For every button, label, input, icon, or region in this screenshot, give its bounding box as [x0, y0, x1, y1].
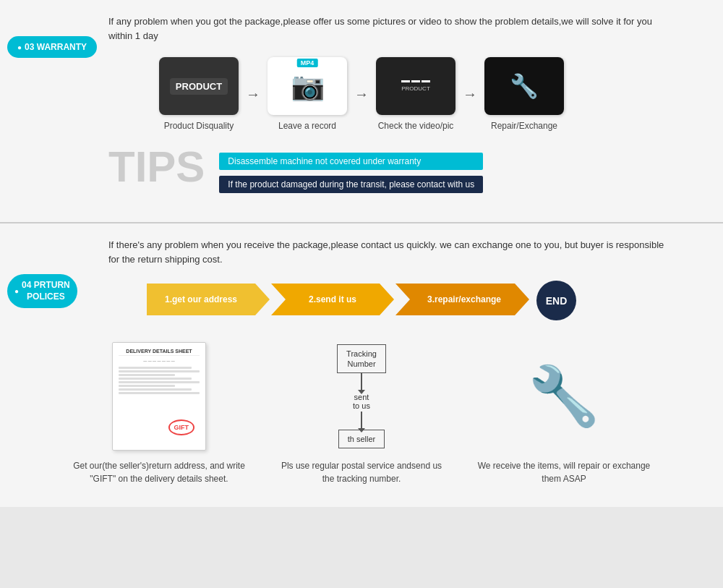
mp4-icon-box: MP4 📷 [268, 57, 347, 115]
section-label-return: 04 PRTURNPOLICES [7, 274, 77, 308]
camera-icon: 📷 [291, 70, 325, 102]
return-intro: If there's any problem when you receive … [108, 238, 672, 266]
step4-caption: Repair/Exchange [491, 121, 557, 131]
delivery-sheet: DELIVERY DETAILS SHEET — — — — — — — [112, 342, 206, 451]
flow-end: END [536, 281, 576, 320]
warranty-intro: If any problem when you got the package,… [108, 14, 672, 43]
sheet-lines [119, 367, 200, 394]
warranty-section: If any problem when you got the package,… [0, 0, 723, 223]
svg-text:1.get our address: 1.get our address [165, 294, 237, 304]
tips-title: TIPS [108, 145, 205, 189]
delivery-visual: DELIVERY DETAILS SHEET — — — — — — — [94, 342, 224, 451]
return-card-3: 🔧 We receive the items, will repair or e… [477, 342, 651, 485]
flow-shape-2: 2.send it us [271, 284, 394, 315]
warranty-steps: PRODUCT Product Disquality → MP4 📷 Leave… [0, 57, 723, 131]
step3-caption: Check the video/pic [378, 121, 454, 131]
step1-caption: Product Disquality [164, 121, 234, 131]
tips-bullets: Disassemble machine not covered under wa… [219, 145, 483, 193]
tracking-arrow [361, 373, 362, 391]
return-card-1: DELIVERY DETAILS SHEET — — — — — — — [72, 342, 246, 485]
tracking-visual-wrap: TrackingNumber sentto us th seller [296, 342, 427, 451]
section-label-warranty: 03 WARRANTY [7, 36, 97, 58]
tools-icon-box: 🔧 [484, 57, 564, 115]
arrow-2: → [354, 86, 369, 103]
warranty-step-3: PRODUCT Check the video/pic [376, 57, 455, 131]
main-container: If any problem when you got the package,… [0, 0, 723, 507]
card2-desc: Pls use regular postal service andsend u… [275, 459, 448, 485]
return-cards: DELIVERY DETAILS SHEET — — — — — — — [0, 342, 723, 485]
tips-section: TIPS Disassemble machine not covered und… [108, 145, 615, 193]
card3-desc: We receive the items, will repair or exc… [477, 459, 651, 485]
video-icon-box: PRODUCT [376, 57, 455, 115]
warranty-step-1: PRODUCT Product Disquality [159, 57, 239, 131]
tracking-arrow-2 [361, 412, 362, 430]
return-card-2: TrackingNumber sentto us th seller Pls u… [275, 342, 448, 485]
tracking-diagram: TrackingNumber sentto us th seller [337, 344, 386, 449]
return-flow: 1.get our address 2.send it us 3.repair/… [0, 281, 723, 320]
warranty-step-4: 🔧 Repair/Exchange [484, 57, 564, 131]
gift-badge: GIFT [168, 419, 195, 435]
tracking-number-box: TrackingNumber [337, 344, 386, 374]
product-icon-box: PRODUCT [159, 57, 239, 115]
return-section: If there's any problem when you receive … [0, 223, 723, 507]
svg-text:2.send it us: 2.send it us [309, 294, 356, 304]
svg-text:3.repair/exchange: 3.repair/exchange [427, 294, 501, 304]
tip-2: If the product damaged during the transi… [219, 176, 483, 193]
warranty-step-2: MP4 📷 Leave a record [268, 57, 347, 131]
card1-desc: Get our(the seller's)return address, and… [72, 459, 246, 485]
step2-caption: Leave a record [278, 121, 336, 131]
tip-1: Disassemble machine not covered under wa… [219, 153, 483, 170]
arrow-3: → [463, 86, 477, 103]
flow-shape-1: 1.get our address [147, 284, 270, 315]
wrench-icon: 🔧 [528, 362, 600, 430]
arrow-1: → [246, 86, 260, 103]
sent-label: sentto us [353, 393, 370, 410]
tools-visual: 🔧 [499, 342, 629, 451]
flow-shape-3: 3.repair/exchange [395, 284, 529, 315]
sheet-title: DELIVERY DETAILS SHEET [119, 349, 200, 356]
